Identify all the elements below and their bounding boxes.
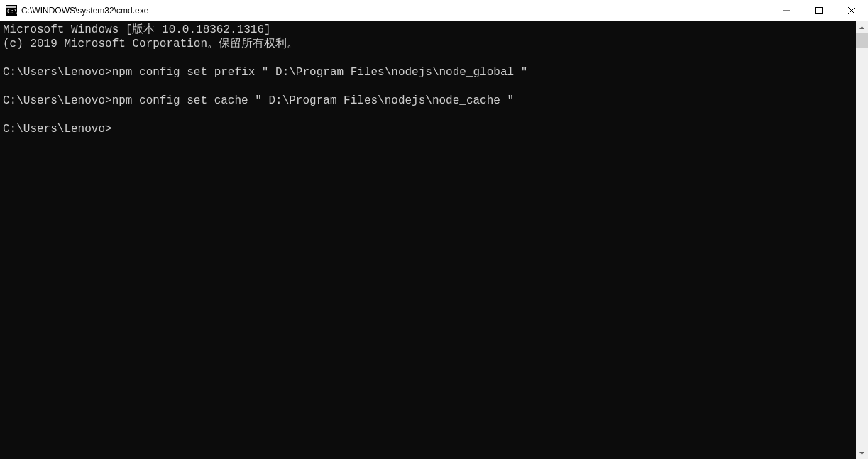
scrollbar-down-button[interactable]: [856, 447, 868, 459]
svg-marker-7: [859, 26, 864, 29]
minimize-icon: [783, 7, 790, 14]
console-header-1: Microsoft Windows [版本 10.0.18362.1316]: [3, 23, 856, 37]
svg-rect-4: [816, 8, 823, 14]
console-header-2: (c) 2019 Microsoft Corporation。保留所有权利。: [3, 37, 856, 51]
blank-line: [3, 108, 856, 122]
command-line-2: C:\Users\Lenovo>npm config set cache ″ D…: [3, 94, 856, 108]
prompt: C:\Users\Lenovo>: [3, 66, 112, 79]
console-area: Microsoft Windows [版本 10.0.18362.1316](c…: [0, 21, 868, 459]
scrollbar-track[interactable]: [856, 33, 868, 447]
svg-marker-8: [859, 452, 864, 455]
command-text: npm config set cache ″ D:\Program Files\…: [112, 94, 515, 107]
scrollbar-thumb[interactable]: [856, 33, 868, 48]
command-text: npm config set prefix ″ D:\Program Files…: [112, 66, 528, 79]
prompt: C:\Users\Lenovo>: [3, 94, 112, 107]
current-prompt-line: C:\Users\Lenovo>: [3, 122, 856, 136]
minimize-button[interactable]: [770, 0, 803, 21]
maximize-button[interactable]: [803, 0, 835, 21]
cmd-icon: C:\: [6, 5, 17, 16]
close-button[interactable]: [835, 0, 868, 21]
blank-line: [3, 79, 856, 94]
blank-line: [3, 51, 856, 65]
chevron-down-icon: [859, 452, 864, 455]
close-icon: [848, 7, 855, 14]
svg-text:C:\: C:\: [7, 9, 17, 15]
scrollbar-up-button[interactable]: [856, 21, 868, 33]
window-controls: [770, 0, 868, 21]
command-line-1: C:\Users\Lenovo>npm config set prefix ″ …: [3, 65, 856, 79]
maximize-icon: [815, 7, 823, 14]
chevron-up-icon: [859, 26, 864, 29]
window-title: C:\WINDOWS\system32\cmd.exe: [21, 0, 770, 21]
vertical-scrollbar[interactable]: [856, 21, 868, 459]
svg-rect-1: [6, 6, 16, 8]
console-output[interactable]: Microsoft Windows [版本 10.0.18362.1316](c…: [0, 21, 856, 459]
titlebar[interactable]: C:\ C:\WINDOWS\system32\cmd.exe: [0, 0, 868, 21]
prompt: C:\Users\Lenovo>: [3, 123, 112, 136]
